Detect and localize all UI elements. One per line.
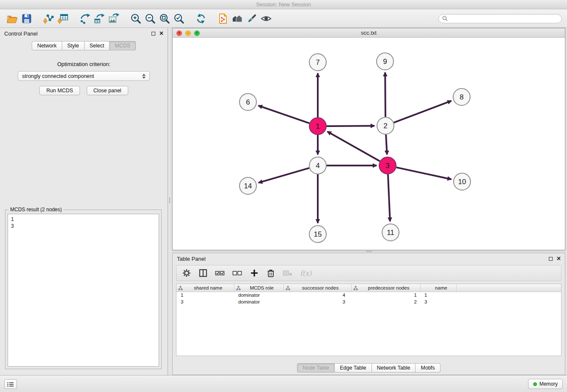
close-panel-icon[interactable]: × [160, 30, 163, 37]
search-input[interactable] [450, 16, 558, 22]
delete-column-button[interactable] [266, 268, 275, 278]
cell-successor-nodes[interactable]: 3 [284, 298, 351, 305]
delete-table-button[interactable] [283, 268, 293, 278]
graph-node-15[interactable]: 15 [309, 226, 326, 243]
window-minimize-icon[interactable]: − [185, 30, 191, 36]
vertical-splitter[interactable] [168, 28, 172, 375]
graph-edge-2-8[interactable] [394, 101, 451, 122]
search-box[interactable] [438, 14, 562, 23]
save-session-button[interactable] [19, 12, 34, 25]
zoom-selected-button[interactable] [172, 12, 186, 25]
new-network-button[interactable] [78, 12, 92, 25]
network-window-title: scc.txt [361, 30, 377, 36]
table-panel-header: Table Panel × [173, 253, 565, 264]
gear-icon [182, 268, 191, 278]
tab-node-table[interactable]: Node Table [297, 363, 335, 373]
add-column-button[interactable] [250, 268, 259, 278]
cell-name[interactable]: 1 [420, 292, 456, 298]
tab-network-table[interactable]: Network Table [372, 363, 416, 373]
import-network-button[interactable] [41, 12, 56, 25]
zoom-in-button[interactable] [129, 12, 143, 25]
graph-edge-3-10[interactable] [396, 167, 451, 179]
graph-node-3[interactable]: 3 [379, 157, 396, 174]
select-all-button[interactable] [215, 268, 225, 278]
column-header-name[interactable]: name [420, 284, 456, 292]
import-network-icon [43, 13, 55, 25]
zoom-out-button[interactable] [143, 12, 157, 25]
function-builder-button[interactable]: f(x) [300, 269, 311, 277]
table-settings-button[interactable] [182, 268, 191, 278]
show-columns-button[interactable] [198, 268, 208, 278]
cell-name[interactable]: 3 [420, 298, 456, 305]
import-table-button[interactable] [56, 12, 70, 25]
tab-select[interactable]: Select [85, 41, 110, 50]
column-header-label: predecessor nodes [368, 285, 410, 290]
open-session-button[interactable] [5, 12, 19, 25]
tab-mcds[interactable]: MCDS [110, 41, 136, 50]
window-zoom-icon[interactable]: + [194, 30, 200, 36]
column-header-predecessor-nodes[interactable]: predecessor nodes [351, 284, 420, 292]
graph-edge-1-6[interactable] [259, 106, 310, 124]
graph-node-6[interactable]: 6 [239, 94, 256, 110]
column-type-icon [178, 286, 183, 291]
float-table-panel-icon[interactable] [549, 257, 553, 261]
task-history-button[interactable] [4, 379, 17, 389]
control-panel-title: Control Panel [4, 30, 38, 37]
column-header-shared-name[interactable]: shared name [176, 284, 234, 292]
graph-edge-2-9[interactable] [385, 72, 385, 117]
criterion-selected-value: strongly connected component [22, 73, 94, 79]
table-row[interactable]: 1 dominator 4 1 1 [176, 292, 561, 298]
column-header-successor-nodes[interactable]: successor nodes [284, 284, 351, 292]
cell-shared-name[interactable]: 3 [176, 298, 234, 305]
cell-predecessor-nodes[interactable]: 1 [351, 292, 420, 298]
graph-node-14[interactable]: 14 [239, 177, 256, 194]
refresh-button[interactable] [194, 12, 208, 25]
graph-node-2[interactable]: 2 [377, 117, 394, 134]
graph-node-9[interactable]: 9 [377, 53, 394, 70]
mcds-result-list[interactable]: 1 3 [8, 214, 159, 367]
graph-edge-1-2[interactable] [327, 126, 374, 126]
tab-style[interactable]: Style [62, 41, 85, 50]
zoom-fit-button[interactable] [157, 12, 172, 25]
graph-edge-2-3[interactable] [386, 135, 387, 155]
hide-details-button[interactable] [259, 12, 273, 25]
graph-node-4[interactable]: 4 [309, 157, 326, 174]
graph-edge-3-1[interactable] [328, 132, 380, 161]
graph-node-1[interactable]: 1 [309, 118, 326, 135]
cell-shared-name[interactable]: 1 [176, 292, 234, 298]
deselect-all-button[interactable] [232, 268, 242, 278]
run-mcds-button[interactable]: Run MCDS [39, 86, 80, 95]
tab-network[interactable]: Network [32, 41, 62, 50]
tab-motifs[interactable]: Motifs [416, 363, 440, 373]
graph-node-8[interactable]: 8 [453, 88, 470, 105]
home-views-button[interactable] [230, 12, 245, 25]
graph-edge-4-14[interactable] [259, 168, 309, 183]
cell-mcds-role[interactable]: dominator [234, 298, 284, 305]
control-panel: Control Panel × Network Style Select MCD… [0, 28, 168, 375]
import-table-icon [57, 13, 69, 25]
float-panel-icon[interactable] [151, 32, 155, 36]
network-window-titlebar[interactable]: × − + scc.txt [173, 28, 565, 38]
share-session-button[interactable] [216, 12, 230, 25]
cell-mcds-role[interactable]: dominator [234, 292, 284, 298]
tab-edge-table[interactable]: Edge Table [335, 363, 372, 373]
column-header-label: name [435, 285, 447, 290]
new-table-button[interactable] [92, 12, 107, 25]
graph-node-10[interactable]: 10 [454, 173, 471, 190]
export-image-button[interactable] [107, 12, 121, 25]
network-canvas[interactable]: 7968124314101511 [173, 38, 565, 250]
cell-predecessor-nodes[interactable]: 2 [351, 298, 420, 305]
criterion-select[interactable]: strongly connected component [18, 71, 150, 81]
column-header-mcds-role[interactable]: MCDS role [234, 284, 284, 292]
table-row[interactable]: 3 dominator 3 2 3 [176, 298, 561, 305]
close-panel-button[interactable]: Close panel [87, 86, 128, 95]
graph-node-7[interactable]: 7 [309, 54, 326, 71]
memory-button[interactable]: Memory [528, 379, 563, 389]
paint-details-button[interactable] [245, 12, 259, 25]
cell-successor-nodes[interactable]: 4 [284, 292, 351, 298]
graph-node-11[interactable]: 11 [382, 224, 399, 241]
window-close-icon[interactable]: × [176, 30, 182, 36]
graph-edge-3-11[interactable] [388, 174, 390, 221]
network-graph[interactable]: 7968124314101511 [173, 38, 565, 250]
close-table-panel-icon[interactable]: × [557, 255, 561, 262]
